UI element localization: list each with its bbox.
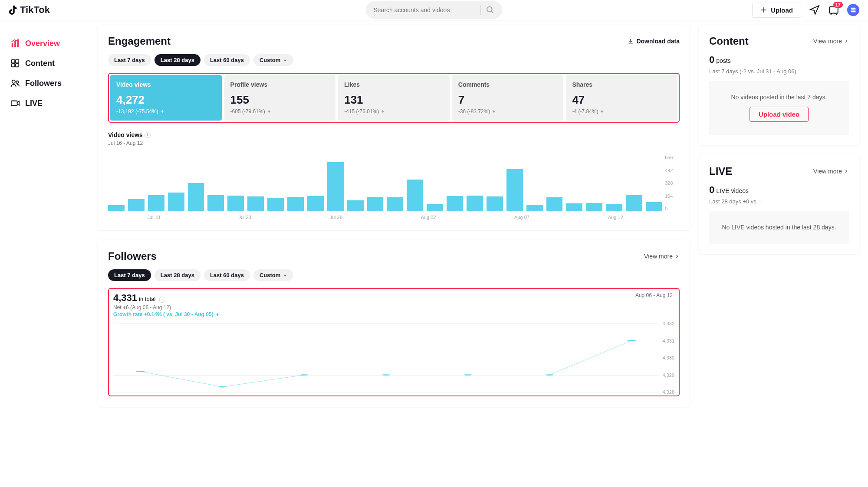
content-empty-text: No videos posted in the last 7 days. [714, 94, 844, 101]
svg-rect-6 [12, 43, 13, 47]
info-icon[interactable]: i [145, 132, 151, 138]
followers-header: Followers View more [108, 250, 680, 262]
followers-pills: Last 7 days Last 28 days Last 60 days Cu… [108, 269, 680, 281]
download-icon [628, 38, 634, 44]
content-view-more[interactable]: View more [813, 38, 849, 45]
main-content: Engagement Download data Last 7 days Las… [89, 20, 868, 421]
pill-28days[interactable]: Last 28 days [155, 54, 201, 66]
pill-f-28days[interactable]: Last 28 days [155, 269, 201, 281]
avatar[interactable] [847, 4, 859, 16]
pill-f-7days[interactable]: Last 7 days [108, 269, 151, 281]
sidebar: Overview Content Followers LIVE [0, 20, 89, 421]
metric-video-views[interactable]: Video views 4,272 -13,192 (-75.54%) [110, 75, 222, 121]
search-bar[interactable] [366, 1, 503, 19]
svg-point-13 [12, 80, 15, 83]
chart-title: Video views i [108, 131, 680, 138]
svg-rect-5 [851, 11, 856, 13]
content-count-label: posts [716, 57, 730, 64]
bar [626, 195, 642, 211]
chevron-right-icon [674, 254, 680, 259]
bar-x-labels: Jul 18Jul 23Jul 28Aug 02Aug 07Aug 12 [108, 215, 662, 220]
followers-icon [10, 78, 20, 88]
live-count: 0 [709, 184, 714, 195]
right-column: Content View more 0posts Last 7 days (-2… [699, 25, 859, 416]
content-title: Content [709, 35, 749, 47]
engagement-card: Engagement Download data Last 7 days Las… [98, 25, 690, 230]
svg-rect-15 [11, 101, 17, 106]
live-card: LIVE View more 0LIVE videos Last 28 days… [699, 155, 859, 254]
bar [148, 195, 164, 211]
bar [347, 200, 364, 211]
followers-view-more[interactable]: View more [644, 253, 680, 260]
arrow-down-icon [381, 109, 385, 114]
sidebar-item-label: Followers [25, 79, 62, 88]
metric-comments[interactable]: Comments 7 -36 (-83.72%) [452, 75, 564, 121]
pill-7days[interactable]: Last 7 days [108, 54, 151, 66]
follower-date-range: Aug 06 - Aug 12 [635, 292, 673, 298]
arrow-down-icon [160, 109, 164, 114]
pill-60days[interactable]: Last 60 days [204, 54, 250, 66]
search-input[interactable] [374, 7, 475, 13]
follower-total-row: 4,331in total i [113, 292, 674, 304]
live-view-more[interactable]: View more [813, 168, 849, 175]
bar [367, 197, 384, 211]
sidebar-item-live[interactable]: LIVE [6, 93, 89, 113]
upload-video-button[interactable]: Upload video [750, 107, 809, 122]
arrow-down-icon [600, 109, 604, 114]
bar-chart: 6564923281640 Jul 18Jul 23Jul 28Aug 02Au… [108, 155, 680, 220]
metric-shares[interactable]: Shares 47 -4 (-7.84%) [566, 75, 677, 121]
inbox-icon[interactable]: 17 [828, 4, 839, 16]
line-svg [113, 324, 659, 392]
content-count-row: 0posts [709, 54, 849, 65]
svg-rect-4 [851, 10, 856, 11]
sidebar-item-content[interactable]: Content [6, 53, 89, 73]
bar [546, 197, 563, 211]
notification-badge: 17 [833, 2, 843, 8]
download-data-link[interactable]: Download data [628, 38, 680, 45]
chevron-down-icon [283, 273, 287, 278]
follower-net: Net +6 (Aug 06 - Aug 12) [113, 304, 674, 311]
engagement-pills: Last 7 days Last 28 days Last 60 days Cu… [108, 54, 680, 66]
live-count-row: 0LIVE videos [709, 184, 849, 196]
pill-custom[interactable]: Custom [253, 54, 293, 66]
sidebar-item-label: Content [25, 59, 55, 68]
live-icon [10, 98, 20, 108]
live-title: LIVE [709, 165, 732, 177]
chevron-right-icon [844, 39, 849, 44]
bar [267, 198, 284, 211]
followers-title: Followers [108, 250, 157, 262]
svg-rect-11 [12, 64, 15, 67]
metric-profile-views[interactable]: Profile views 155 -605 (-79.61%) [224, 75, 336, 121]
svg-point-21 [546, 374, 554, 376]
chevron-right-icon [844, 169, 849, 174]
live-count-label: LIVE videos [716, 187, 749, 194]
bar [327, 162, 344, 211]
info-icon[interactable]: i [159, 297, 165, 303]
follower-growth: Growth rate +0.14% ( vs. Jul 30 - Aug 05… [113, 311, 674, 317]
bar-y-labels: 6564923281640 [665, 155, 680, 211]
tiktok-logo[interactable]: TikTok [9, 4, 50, 16]
svg-point-22 [627, 340, 636, 341]
sidebar-item-overview[interactable]: Overview [6, 33, 89, 53]
avatar-icon [850, 7, 857, 13]
pill-f-custom[interactable]: Custom [253, 269, 293, 281]
sidebar-item-followers[interactable]: Followers [6, 73, 89, 93]
bar [646, 202, 662, 211]
pill-f-60days[interactable]: Last 60 days [204, 269, 250, 281]
bar [407, 180, 423, 211]
tiktok-icon [9, 5, 18, 15]
content-empty: No videos posted in the last 7 days. Upl… [709, 81, 849, 135]
line-y-labels: 4,3324,3314,3304,3294,328 [661, 324, 674, 392]
search-icon[interactable] [486, 6, 495, 14]
followers-card: Followers View more Last 7 days Last 28 … [98, 240, 690, 407]
metric-likes[interactable]: Likes 131 -415 (-76.01%) [338, 75, 450, 121]
live-empty-text: No LIVE videos hosted in the last 28 day… [714, 224, 844, 231]
bar [487, 196, 503, 211]
messages-icon[interactable] [809, 4, 820, 16]
svg-rect-9 [12, 60, 15, 63]
bar [447, 196, 463, 211]
top-header: TikTok Upload 17 [0, 0, 868, 20]
svg-point-16 [136, 371, 145, 372]
chevron-down-icon [283, 58, 287, 62]
upload-button[interactable]: Upload [752, 3, 801, 18]
